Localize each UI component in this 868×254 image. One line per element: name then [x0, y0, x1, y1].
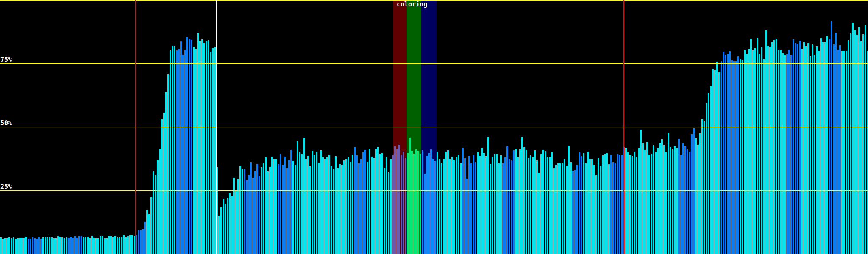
coloring-overlay-label: coloring: [397, 1, 427, 8]
y-tick-label-50: 50%: [0, 120, 12, 127]
y-tick-label-75: 75%: [0, 57, 12, 63]
y-tick-label-25: 25%: [0, 184, 12, 190]
usage-history-chart: 75%50%25% coloring: [0, 0, 868, 254]
y-axis-labels-layer: 75%50%25%: [0, 0, 868, 254]
